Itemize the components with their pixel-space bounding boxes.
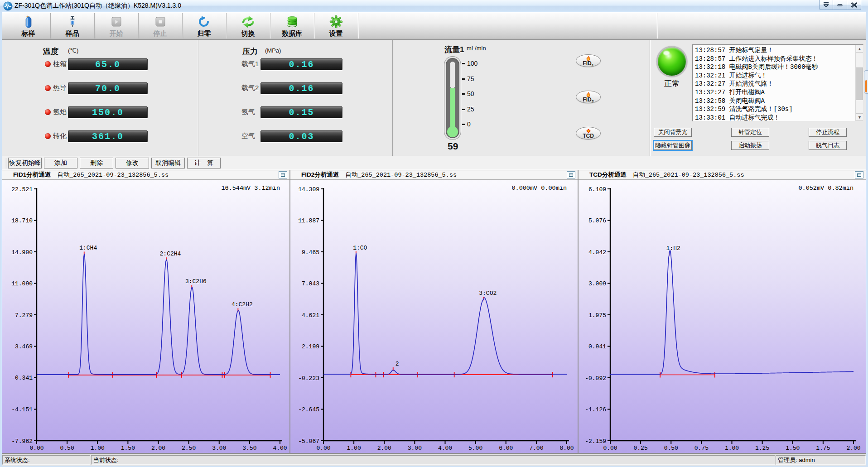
y-tick-label: 7.279: [15, 312, 33, 319]
status-button-0[interactable]: 关闭背景光: [654, 128, 692, 137]
x-tick-label: 2.00: [151, 445, 165, 452]
x-tick-label: 4.00: [273, 445, 287, 452]
control-strip: 温度 (℃) 柱箱 65.0 热导 70.0 氢焰 150.0 转化 361.0…: [2, 40, 866, 156]
toolbar-button-5[interactable]: 切换: [226, 13, 270, 39]
chart-annotation: 0.052mV 0.82min: [798, 185, 854, 192]
chromatogram-curve: [37, 254, 280, 375]
toolbar-button-label: 标样: [22, 29, 35, 38]
flow-panel: 流量1 mL/min 100 75 50 25 0 59 FID1: [393, 40, 650, 156]
toolbar-button-3[interactable]: 停止: [138, 13, 182, 39]
chart-plot[interactable]: 14.30911.8879.4657.0434.6212.199-0.223-2…: [290, 180, 578, 453]
detector-button-fid2[interactable]: FID2: [576, 91, 601, 103]
temp-row-label: 转化: [53, 132, 67, 140]
status-light-label: 正常: [664, 78, 680, 89]
log-lines: 13:28:57 开始标气定量！13:28:57 工作站进入标样预备采集状态！1…: [695, 46, 854, 121]
minimize-button[interactable]: [833, 0, 847, 10]
toolbar-button-label: 数据库: [282, 29, 302, 38]
detector-label: TCD: [583, 134, 594, 139]
scrollbar-thumb[interactable]: [856, 67, 863, 100]
toolbar-button-4[interactable]: 归零: [182, 13, 226, 39]
syringe-icon: [66, 15, 79, 29]
log-scrollbar[interactable]: ▲ ▼: [855, 45, 863, 121]
y-tick-label: 1.975: [588, 312, 606, 319]
log-box[interactable]: 13:28:57 开始标气定量！13:28:57 工作站进入标样预备采集状态！1…: [692, 44, 863, 121]
chart-maximize-button[interactable]: [279, 171, 287, 178]
log-line: 13:32:18 电磁阀B关闭后缓冲！3000毫秒: [695, 63, 854, 72]
status-button-2[interactable]: 停止流程: [809, 128, 847, 137]
edit-button-1[interactable]: 添加: [44, 158, 77, 169]
title-bar: ZF-301Q色谱工作站(301Q自动（绝缘油）K528.M)V3.1.3.0: [0, 0, 868, 12]
x-tick-label: 0.00: [29, 445, 43, 452]
edit-button-3[interactable]: 修改: [116, 158, 149, 169]
log-line: 13:32:27 打开电磁阀A: [695, 88, 854, 97]
status-button-4[interactable]: 启动振荡: [731, 141, 769, 150]
pressure-panel: 压力 (MPa) 载气1 0.16 载气2 0.16 氢气 0.15 空气 0.…: [199, 40, 392, 156]
y-tick-label: 22.521: [11, 186, 33, 193]
status-button-3[interactable]: 隐藏针管图像: [654, 141, 692, 150]
toolbar-button-6[interactable]: 数据库: [270, 13, 314, 39]
temp-lcd-value: 65.0: [95, 59, 121, 70]
status-button-1[interactable]: 针管定位: [731, 128, 769, 137]
status-button-5[interactable]: 脱气日志: [809, 141, 847, 150]
y-tick-label: -0.092: [585, 375, 606, 382]
chart-annotation: 0.000mV 0.00min: [511, 185, 567, 192]
peak-label: 4:C2H2: [231, 301, 253, 308]
system-status-cell: 系统状态:: [2, 455, 90, 465]
edit-button-2[interactable]: 删除: [80, 158, 113, 169]
y-tick-label: 4.042: [588, 249, 606, 256]
x-tick-label: 1.00: [347, 445, 361, 452]
pressure-lcd-value: 0.16: [289, 83, 314, 94]
peak-label: 3:C2H6: [185, 278, 207, 285]
side-drawer-handle[interactable]: [864, 70, 868, 94]
detector-button-fid1[interactable]: FID1: [576, 54, 601, 67]
toolbar-button-label: 设置: [329, 29, 343, 38]
x-tick-label: 1.50: [121, 445, 135, 452]
scroll-down-button[interactable]: ▼: [856, 113, 863, 121]
detector-button-tcd[interactable]: TCD: [576, 127, 601, 140]
edit-button-4[interactable]: 取消编辑: [151, 158, 185, 169]
edit-button-0[interactable]: 恢复初始峰: [8, 158, 42, 169]
chart-header: TCD分析通道 自动_265_2021-09-23_132856_5.ss: [579, 170, 866, 180]
gauge-tick: [462, 63, 465, 64]
rollup-button[interactable]: [819, 0, 833, 10]
chart-panel-0: FID1分析通道 自动_265_2021-09-23_132856_5.ss 2…: [2, 170, 290, 453]
chart-plot[interactable]: 6.1095.0764.0423.0091.9750.941-0.092-1.1…: [579, 180, 866, 453]
toolbar-button-2[interactable]: 开始: [94, 13, 138, 39]
chart-maximize-button[interactable]: [855, 171, 863, 178]
toolbar-button-0[interactable]: 标样: [6, 13, 50, 39]
chart-title: FID2分析通道: [301, 171, 339, 179]
flow-title: 流量1: [444, 44, 464, 55]
peak-label: 1:CH4: [79, 245, 97, 251]
chart-area: FID1分析通道 自动_265_2021-09-23_132856_5.ss 2…: [2, 170, 866, 453]
y-tick-label: -0.223: [298, 375, 319, 382]
edit-toolbar: 恢复初始峰添加删除修改取消编辑计 算: [2, 156, 866, 170]
chart-filename: 自动_265_2021-09-23_132856_5.ss: [633, 171, 744, 179]
edit-button-5[interactable]: 计 算: [187, 158, 221, 169]
x-tick-label: 3.00: [212, 445, 226, 452]
chart-plot[interactable]: 22.52118.71014.90011.0907.2793.469-0.341…: [2, 180, 289, 453]
toolbar-button-7[interactable]: 设置: [314, 13, 358, 39]
toolbar-grip[interactable]: [5, 158, 6, 169]
close-icon: [851, 2, 857, 8]
scroll-up-button[interactable]: ▲: [856, 45, 863, 53]
pressure-row-label: 载气1: [241, 60, 259, 68]
temp-row-label: 氢焰: [53, 108, 67, 116]
status-bar: 系统状态: 当前状态: 管理员: admin: [2, 453, 866, 466]
peak-label: 1:H2: [666, 245, 680, 252]
y-tick-label: 4.621: [302, 312, 319, 319]
maximize-icon: [569, 173, 573, 177]
temp-led: [45, 109, 51, 115]
close-button[interactable]: [847, 0, 861, 10]
pressure-lcd-value: 0.03: [289, 131, 314, 142]
flow-gauge-bulb: [447, 126, 458, 137]
x-tick-label: 1.25: [755, 445, 769, 452]
chart-maximize-button[interactable]: [567, 171, 575, 178]
drawer-grip-bar: [865, 80, 867, 92]
switch-icon: [241, 15, 256, 29]
window-title: ZF-301Q色谱工作站(301Q自动（绝缘油）K528.M)V3.1.3.0: [14, 2, 181, 10]
chromatogram-curve: [610, 250, 854, 374]
peak-label: 1:CO: [353, 245, 367, 251]
maximize-icon: [281, 173, 285, 177]
gauge-tick: [462, 78, 465, 80]
toolbar-button-1[interactable]: 样品: [50, 13, 94, 39]
